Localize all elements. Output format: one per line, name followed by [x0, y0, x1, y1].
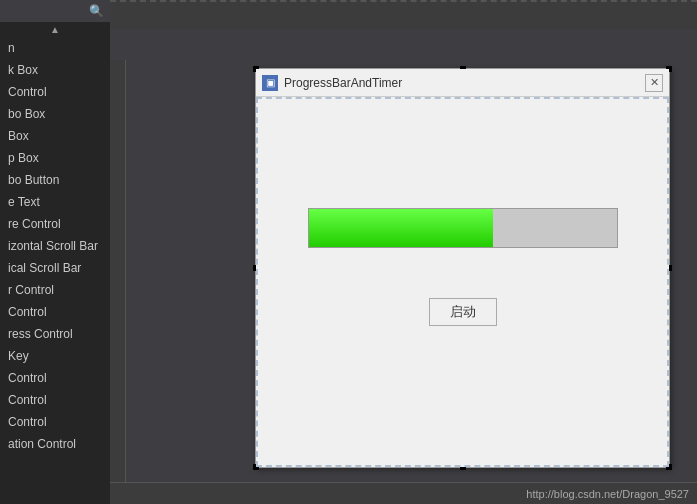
- top-ruler: [110, 0, 697, 30]
- form-titlebar: ▣ ProgressBarAndTimer ✕: [256, 69, 669, 97]
- sidebar-item-item-ress-control[interactable]: ress Control: [0, 323, 110, 345]
- designer-canvas[interactable]: ▣ ProgressBarAndTimer ✕ 启动: [110, 30, 697, 504]
- form-icon-symbol: ▣: [266, 77, 275, 88]
- progress-filled: [309, 209, 494, 247]
- sidebar-item-item-re-control[interactable]: re Control: [0, 213, 110, 235]
- main-area: ▣ ProgressBarAndTimer ✕ 启动 http://blog.c…: [110, 0, 697, 504]
- sidebar-item-item-control-5[interactable]: Control: [0, 411, 110, 433]
- sidebar-scroll-up: ▲: [0, 22, 110, 37]
- sidebar-item-item-control-2[interactable]: Control: [0, 301, 110, 323]
- sidebar-items: nk BoxControlbo BoxBoxp Boxbo Buttone Te…: [0, 37, 110, 504]
- sidebar-item-item-control-1[interactable]: Control: [0, 81, 110, 103]
- sidebar-item-item-r-control[interactable]: r Control: [0, 279, 110, 301]
- progress-remaining: [493, 209, 616, 247]
- watermark: http://blog.csdn.net/Dragon_9527: [526, 488, 689, 500]
- form-titlebar-icon: ▣: [262, 75, 278, 91]
- form-window[interactable]: ▣ ProgressBarAndTimer ✕ 启动: [255, 68, 670, 468]
- sidebar-item-item-k-box[interactable]: k Box: [0, 59, 110, 81]
- ruler-vertical: [110, 60, 126, 482]
- search-icon[interactable]: 🔍: [89, 4, 104, 18]
- sidebar-item-item-ation-control[interactable]: ation Control: [0, 433, 110, 455]
- sidebar-item-item-v-scroll[interactable]: ical Scroll Bar: [0, 257, 110, 279]
- sidebar-item-item-control-3[interactable]: Control: [0, 367, 110, 389]
- ruler-horizontal: [110, 0, 697, 29]
- sidebar-item-item-control-4[interactable]: Control: [0, 389, 110, 411]
- sidebar-item-item-bo-box[interactable]: bo Box: [0, 103, 110, 125]
- sidebar-item-item-key[interactable]: Key: [0, 345, 110, 367]
- sidebar-search: 🔍: [6, 4, 104, 18]
- form-title: ProgressBarAndTimer: [284, 76, 645, 90]
- sidebar-header: 🔍: [0, 0, 110, 22]
- sidebar-item-item-box[interactable]: Box: [0, 125, 110, 147]
- form-close-button[interactable]: ✕: [645, 74, 663, 92]
- sidebar-item-item-n[interactable]: n: [0, 37, 110, 59]
- sidebar-item-item-bo-button[interactable]: bo Button: [0, 169, 110, 191]
- start-button[interactable]: 启动: [429, 298, 497, 326]
- sidebar-item-item-h-scroll[interactable]: izontal Scroll Bar: [0, 235, 110, 257]
- sidebar-item-item-e-text[interactable]: e Text: [0, 191, 110, 213]
- progress-bar: [308, 208, 618, 248]
- sidebar-item-item-p-box[interactable]: p Box: [0, 147, 110, 169]
- sidebar: 🔍 ▲ nk BoxControlbo BoxBoxp Boxbo Button…: [0, 0, 110, 504]
- form-body[interactable]: 启动: [256, 97, 669, 467]
